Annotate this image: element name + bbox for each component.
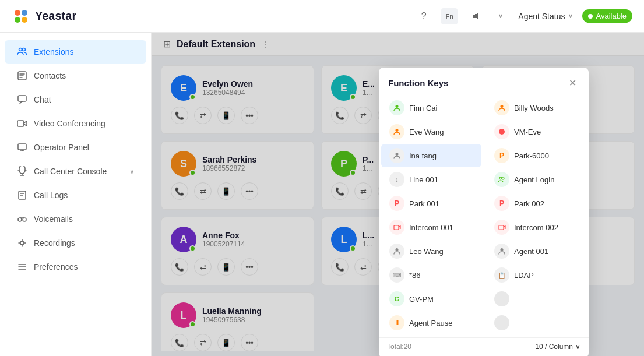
agent-status[interactable]: Agent Status ∨ xyxy=(518,12,573,21)
svg-point-24 xyxy=(501,248,504,251)
callcenter-chevron-icon: ∨ xyxy=(129,167,135,175)
preferences-icon xyxy=(16,261,28,273)
fk-column-label: 10 / Column xyxy=(535,343,573,351)
svg-rect-17 xyxy=(394,225,399,230)
fk-item-intercom-002[interactable]: Intercom 002 xyxy=(486,216,586,239)
empty-2-icon xyxy=(494,315,509,330)
svg-point-18 xyxy=(396,248,399,251)
sidebar-item-callcenter[interactable]: Call Center Console ∨ xyxy=(5,160,146,183)
sidebar-video-label: Video Conferencing xyxy=(34,119,105,128)
fk-item-ina-tang[interactable]: Ina tang xyxy=(381,144,481,167)
fk-label-star86: *86 xyxy=(409,271,421,280)
svg-point-13 xyxy=(20,241,24,245)
sidebar-item-extensions[interactable]: Extensions xyxy=(5,40,146,64)
fk-item-agent-001[interactable]: Agent 001 xyxy=(486,239,586,263)
sidebar-chat-label: Chat xyxy=(34,95,51,104)
finn-cai-icon xyxy=(389,100,404,115)
operator-icon xyxy=(16,142,28,153)
function-keys-popup: Function Keys ✕ Finn Cai xyxy=(379,68,589,356)
svg-rect-8 xyxy=(17,121,24,126)
fk-column-chevron-icon: ∨ xyxy=(575,343,580,351)
sidebar-item-chat[interactable]: Chat xyxy=(5,88,146,111)
fk-item-ldap[interactable]: 📋 LDAP xyxy=(486,263,586,287)
sidebar-callcenter-label: Call Center Console xyxy=(34,167,107,176)
sidebar-item-calllogs[interactable]: Call Logs xyxy=(5,184,146,207)
fk-label-agent-pause: Agent Pause xyxy=(409,319,452,327)
svg-point-4 xyxy=(19,48,22,51)
video-icon xyxy=(16,118,28,129)
svg-point-19 xyxy=(501,105,504,108)
fk-label-ldap: LDAP xyxy=(514,271,534,280)
fk-item-finn-cai[interactable]: Finn Cai xyxy=(381,96,481,119)
fk-close-button[interactable]: ✕ xyxy=(565,76,579,90)
fk-item-leo-wang[interactable]: Leo Wang xyxy=(381,239,481,263)
monitor-icon[interactable]: 🖥 xyxy=(467,8,483,24)
fk-item-park-001[interactable]: P Park 001 xyxy=(381,192,481,215)
svg-point-20 xyxy=(499,129,505,135)
logo-text: Yeastar xyxy=(35,9,76,23)
fk-item-gv-pm[interactable]: G GV-PM xyxy=(381,287,481,311)
svg-point-14 xyxy=(396,105,399,108)
svg-point-1 xyxy=(22,10,27,16)
svg-point-5 xyxy=(23,48,26,51)
header: Yeastar ? Fn 🖥 ∨ Agent Status ∨ Availabl… xyxy=(0,0,644,33)
fk-item-agent-pause[interactable]: ⏸ Agent Pause xyxy=(381,311,481,334)
sidebar-preferences-label: Preferences xyxy=(34,262,78,272)
svg-rect-9 xyxy=(18,144,26,150)
agent-login-icon xyxy=(494,172,509,187)
sidebar-item-recordings[interactable]: Recordings xyxy=(5,231,146,255)
intercom-001-icon xyxy=(389,220,404,235)
park-001-icon: P xyxy=(389,196,404,211)
empty-1-icon xyxy=(494,291,509,306)
header-controls: ? Fn 🖥 ∨ Agent Status ∨ Available xyxy=(416,8,632,24)
callcenter-icon xyxy=(16,165,28,177)
fk-item-park-002[interactable]: P Park 002 xyxy=(486,192,586,215)
sidebar-item-video[interactable]: Video Conferencing xyxy=(5,112,146,135)
chat-icon xyxy=(16,94,28,105)
sidebar-item-operator[interactable]: Operator Panel xyxy=(5,136,146,159)
sidebar-item-voicemails[interactable]: Voicemails xyxy=(5,207,146,231)
sidebar-item-contacts[interactable]: Contacts xyxy=(5,64,146,87)
fk-item-empty-2 xyxy=(486,311,586,334)
monitor-chevron-icon[interactable]: ∨ xyxy=(492,8,509,24)
fk-right-col: Billy Woods VM-Eve P Park-6000 xyxy=(484,96,589,335)
fk-total: Total:20 xyxy=(387,343,411,351)
fk-item-billy-woods[interactable]: Billy Woods xyxy=(486,96,586,119)
intercom-002-icon xyxy=(494,220,509,235)
fk-label-intercom-001: Intercom 001 xyxy=(409,223,453,232)
agent-001-icon xyxy=(494,244,509,259)
sidebar-item-preferences[interactable]: Preferences xyxy=(5,255,146,279)
fk-label-park-6000: Park-6000 xyxy=(514,151,549,160)
available-badge[interactable]: Available xyxy=(582,9,632,23)
fk-label-leo-wang: Leo Wang xyxy=(409,247,444,256)
fk-item-intercom-001[interactable]: Intercom 001 xyxy=(381,216,481,239)
park-002-icon: P xyxy=(494,196,509,211)
fk-label-park-001: Park 001 xyxy=(409,199,439,208)
svg-point-12 xyxy=(23,218,26,221)
gv-pm-icon: G xyxy=(389,291,404,306)
fn-key-icon[interactable]: Fn xyxy=(441,8,458,24)
fk-label-gv-pm: GV-PM xyxy=(409,295,434,304)
svg-point-2 xyxy=(15,17,20,23)
fk-item-park-6000[interactable]: P Park-6000 xyxy=(486,144,586,167)
available-dot xyxy=(588,14,593,19)
ldap-icon: 📋 xyxy=(494,267,509,283)
fk-item-vm-eve[interactable]: VM-Eve xyxy=(486,120,586,143)
fk-item-agent-login[interactable]: Agent Login xyxy=(486,168,586,191)
help-icon[interactable]: ? xyxy=(416,8,432,24)
contacts-icon xyxy=(16,70,28,82)
fk-column-select[interactable]: 10 / Column ∨ xyxy=(535,343,580,351)
svg-point-16 xyxy=(396,153,399,156)
fk-item-line-001[interactable]: ↕ Line 001 xyxy=(381,168,481,191)
fk-label-finn-cai: Finn Cai xyxy=(409,104,437,112)
svg-point-0 xyxy=(15,10,20,16)
fk-label-vm-eve: VM-Eve xyxy=(514,128,541,136)
fk-label-billy-woods: Billy Woods xyxy=(514,104,554,112)
vm-eve-icon xyxy=(494,124,509,139)
layout: Extensions Contacts Chat Video Conferenc… xyxy=(0,33,644,356)
svg-point-22 xyxy=(502,177,504,179)
fk-item-empty-1 xyxy=(486,287,586,311)
fk-label-line-001: Line 001 xyxy=(409,175,438,184)
fk-item-star86[interactable]: ⌨ *86 xyxy=(381,263,481,287)
fk-item-eve-wang[interactable]: Eve Wang xyxy=(381,120,481,143)
